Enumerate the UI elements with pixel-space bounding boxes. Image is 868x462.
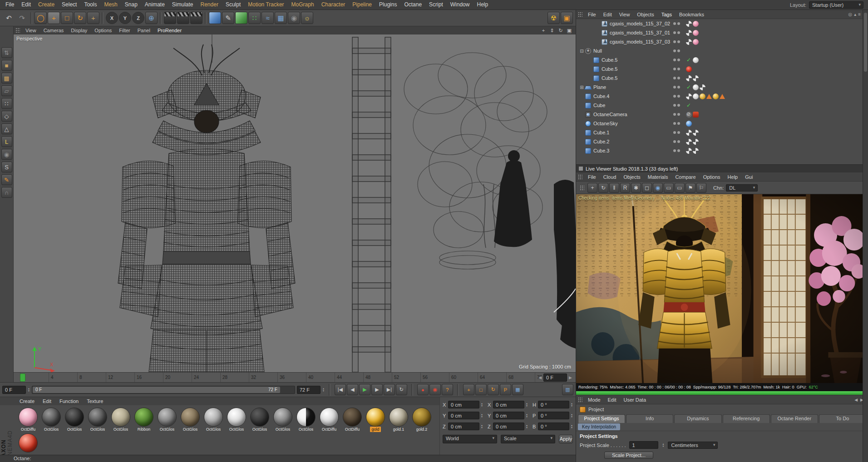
grip-icon[interactable] [580,185,584,191]
object-manager-menu-item[interactable]: Bookmarks [676,10,708,19]
material-sphere[interactable] [65,408,84,427]
live-viewer-menu-item[interactable]: Gui [741,172,756,182]
object-name[interactable]: Cube.3 [593,148,609,153]
play-button[interactable]: ▶ [359,384,370,395]
stepper[interactable]: ▲▼ [28,388,30,392]
object-manager-menu-item[interactable]: Tags [658,10,676,19]
object-row[interactable]: Cube.4 [576,92,868,101]
render-view-button[interactable] [164,12,176,24]
snap-mode-icon[interactable]: S [1,162,12,172]
material-item[interactable]: OctGlos [180,408,200,432]
viewport-menu-item[interactable]: Panel [134,26,154,34]
viewport-menu-item[interactable]: Display [67,26,91,34]
camera-view-label[interactable]: Perspective [16,36,42,41]
visibility-dots[interactable] [673,40,680,43]
object-name[interactable]: Cube.5 [602,75,617,81]
record-rotation-button[interactable]: ↻ [488,384,499,395]
viewport-menu-item[interactable]: View [22,26,40,34]
render-picture-viewer-button[interactable] [177,12,189,24]
visibility-dots[interactable] [673,59,680,61]
object-tag[interactable] [693,112,699,118]
record-parameter-button[interactable]: P [500,384,511,395]
coordinate-space-select[interactable]: World [443,435,497,443]
stepper[interactable]: ▲▼ [526,403,528,407]
material-sphere[interactable] [111,408,130,427]
make-editable-icon[interactable]: ⇅ [1,47,12,58]
picture-save-icon[interactable]: ▭ [675,183,685,193]
go-to-start-button[interactable]: |◀ [335,384,346,395]
object-name[interactable]: Cube.5 [602,66,617,72]
paint-tool-icon[interactable]: ✎ [1,174,12,185]
object-manager-menu-item[interactable]: View [616,10,634,19]
camera-ball-icon[interactable]: ◉ [653,183,663,193]
attributes-tab[interactable]: Referencing [723,414,770,423]
object-name[interactable]: cgaxis_models_115_37_03 [610,39,670,44]
toggle-views-icon[interactable]: ▣ [566,27,573,34]
points-mode-icon[interactable]: ∷ [1,98,12,109]
live-viewer-titlebar[interactable]: Live Viewer Studio 2018.1.3 (33 days lef… [576,164,868,172]
polygons-mode-icon[interactable]: △ [1,123,12,134]
picture-frame-icon[interactable]: ▭ [664,183,674,193]
attr-back-icon[interactable]: ◀ [854,398,858,402]
object-row[interactable]: Cube.2 [576,137,868,146]
object-name[interactable]: Cube.4 [593,93,609,99]
material-sphere[interactable] [343,408,362,427]
grip-icon[interactable] [578,174,582,180]
live-viewer-menu-item[interactable]: Objects [620,172,644,182]
material-item[interactable]: OctGlos [157,408,177,432]
add-cube-button[interactable] [209,12,221,24]
material-sphere[interactable] [181,408,200,427]
object-row[interactable]: ⊞ Plane [576,83,868,92]
coordinate-input[interactable]: 0 cm [493,401,524,408]
menubar-item[interactable]: Octane [400,0,425,10]
object-tag[interactable] [686,121,692,127]
coordinate-input[interactable]: 0 cm [448,401,479,408]
attribute-menu-item[interactable]: Edit [604,395,620,404]
stepper[interactable]: ▲▼ [571,424,573,429]
object-manager-menu-item[interactable]: File [584,10,600,19]
move-tool-icon[interactable]: + [48,12,60,24]
object-tag[interactable] [686,39,692,45]
scrollbar-thumb[interactable] [864,13,867,72]
object-tag[interactable] [686,139,692,145]
object-tag[interactable] [700,84,705,90]
object-tag[interactable] [693,130,699,136]
current-frame-input[interactable]: 0 F [543,374,567,382]
visibility-dots[interactable] [673,95,680,98]
texture-mode-icon[interactable]: ▩ [1,73,12,84]
loop-button[interactable]: ↻ [396,384,407,395]
tag-bar[interactable] [686,93,725,99]
material-sphere[interactable] [158,408,177,427]
object-manager-menu-item[interactable]: Objects [633,10,657,19]
om-search-icon[interactable]: ◎ [848,12,852,17]
material-sphere[interactable] [204,408,223,427]
material-menu-item[interactable]: Texture [83,397,107,405]
material-sphere[interactable] [273,408,292,427]
object-tag[interactable] [693,39,699,45]
attributes-tab[interactable]: To Do [819,414,866,423]
object-tag[interactable] [700,93,705,99]
object-tag[interactable] [713,93,719,99]
region-render-icon[interactable]: R [620,183,630,193]
material-sphere[interactable] [19,433,38,452]
material-item[interactable]: OctGlos [41,408,61,432]
menubar-item[interactable]: Window [447,0,473,10]
lv-settings-icon[interactable]: ✱ [631,183,641,193]
viewport-menu-item[interactable]: Options [91,26,115,34]
object-row[interactable]: Cube.5 [576,55,868,64]
project-scale-input[interactable]: 1 [629,441,658,449]
add-mograph-button[interactable]: ∷ [248,12,261,24]
material-sphere[interactable] [412,408,431,427]
pin-object-icon[interactable]: ⚐ [696,183,706,193]
visibility-dots[interactable] [673,86,680,88]
live-viewer-menu-item[interactable]: Cloud [600,172,620,182]
material-item[interactable]: OctDiffu [342,408,362,432]
tag-bar[interactable] [686,130,699,136]
object-row[interactable]: Cube.5 [576,64,868,74]
attributes-tab[interactable]: Info [626,414,673,423]
object-tag[interactable] [686,103,692,108]
visibility-dots[interactable] [673,49,680,52]
expander-icon[interactable]: ⊞ [579,85,585,90]
material-item[interactable]: OctGlos [203,408,223,432]
range-end-input[interactable]: 72 F [297,386,321,394]
